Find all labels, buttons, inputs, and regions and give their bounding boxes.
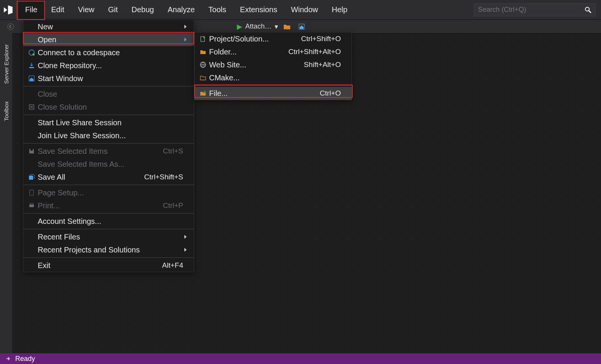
menu-git[interactable]: Git	[101, 0, 125, 19]
menu-file[interactable]: File	[18, 0, 44, 19]
file-menu-label: Account Settings...	[38, 217, 183, 226]
file-menu-label: Open	[38, 35, 183, 44]
open-menu-label: Folder...	[209, 48, 285, 56]
print-icon	[26, 202, 38, 209]
file-menu-label: Start Window	[38, 74, 183, 83]
file-menu-recent-files[interactable]: Recent Files	[23, 230, 194, 243]
page-icon	[26, 189, 38, 196]
file-menu-dropdown: NewOpenConnect to a codespaceClone Repos…	[23, 20, 194, 272]
file-menu-new[interactable]: New	[23, 20, 194, 33]
file-menu-label: Clone Repository...	[38, 61, 183, 70]
close-sol-icon	[26, 104, 38, 110]
file-menu-label: New	[38, 22, 183, 31]
open-menu-project-solution[interactable]: Project/Solution...Ctrl+Shift+O	[195, 32, 352, 45]
status-bar: Ready	[0, 353, 601, 364]
open-menu-label: Project/Solution...	[209, 35, 297, 43]
menu-help[interactable]: Help	[325, 0, 354, 19]
search-box[interactable]	[474, 3, 596, 16]
open-menu-folder[interactable]: Folder...Ctrl+Shift+Alt+O	[195, 45, 352, 58]
open-menu-file[interactable]: File...Ctrl+O	[195, 87, 352, 100]
file-menu-label: Save All	[38, 173, 141, 182]
submenu-arrow-icon	[183, 247, 188, 252]
file-menu-label: Close Solution	[38, 103, 183, 112]
svg-point-2	[8, 24, 14, 30]
shortcut-label: Ctrl+P	[159, 201, 183, 210]
open-menu-label: CMake...	[209, 73, 341, 82]
saveall-icon	[26, 174, 38, 180]
side-rail: Server Explorer Toolbox	[0, 31, 12, 353]
toolbar-folder-icon[interactable]	[282, 21, 293, 32]
file-menu-open[interactable]: Open	[23, 33, 194, 46]
file-menu-join-live-share-session[interactable]: Join Live Share Session...	[23, 129, 194, 142]
file-menu-label: Recent Projects and Solutions	[38, 246, 183, 254]
svg-point-5	[32, 53, 35, 56]
menu-tools[interactable]: Tools	[201, 0, 233, 19]
proj-icon	[197, 35, 209, 42]
file-menu-label: Start Live Share Session	[38, 118, 183, 127]
app-logo-icon	[3, 5, 14, 15]
search-icon	[585, 6, 591, 13]
home-icon	[26, 75, 38, 82]
search-input[interactable]	[478, 6, 585, 14]
download-icon	[26, 62, 38, 69]
menu-debug[interactable]: Debug	[125, 0, 161, 19]
file-menu-label: Connect to a codespace	[38, 48, 183, 57]
file-menu-label: Join Live Share Session...	[38, 131, 183, 140]
shortcut-label: Ctrl+Shift+O	[297, 35, 341, 43]
attach-button[interactable]: ▶ Attach… ▾	[237, 22, 278, 31]
menu-extensions[interactable]: Extensions	[233, 0, 284, 19]
cmake-icon	[197, 74, 209, 81]
file-menu-save-selected-items: Save Selected ItemsCtrl+S	[23, 145, 194, 158]
submenu-arrow-icon	[183, 37, 188, 42]
file-menu-label: Save Selected Items As...	[38, 160, 183, 169]
file-menu-exit[interactable]: ExitAlt+F4	[23, 259, 194, 272]
shortcut-label: Ctrl+Shift+Alt+O	[285, 48, 341, 56]
file-icon	[197, 90, 209, 97]
open-menu-web-site[interactable]: Web Site...Shift+Alt+O	[195, 58, 352, 71]
open-menu-cmake[interactable]: CMake...	[195, 71, 352, 84]
save-icon	[26, 148, 38, 155]
shortcut-label: Ctrl+Shift+S	[141, 173, 183, 181]
svg-line-1	[589, 11, 591, 13]
shortcut-label: Ctrl+S	[159, 147, 183, 155]
open-submenu: Project/Solution...Ctrl+Shift+OFolder...…	[194, 32, 352, 100]
file-menu-start-live-share-session[interactable]: Start Live Share Session	[23, 116, 194, 129]
open-menu-label: Web Site...	[209, 61, 300, 69]
connect-icon	[26, 49, 38, 56]
file-menu-page-setup: Page Setup...	[23, 186, 194, 199]
open-menu-label: File...	[209, 89, 316, 98]
toolbar-home-icon[interactable]	[296, 21, 307, 32]
file-menu-label: Save Selected Items	[38, 147, 159, 156]
status-text: Ready	[15, 355, 35, 363]
menu-analyze[interactable]: Analyze	[161, 0, 201, 19]
file-menu-clone-repository[interactable]: Clone Repository...	[23, 59, 194, 72]
chevron-down-icon: ▾	[275, 22, 278, 31]
file-menu-save-all[interactable]: Save AllCtrl+Shift+S	[23, 171, 194, 184]
file-menu-connect-to-a-codespace[interactable]: Connect to a codespace	[23, 46, 194, 59]
side-tab-toolbox[interactable]: Toolbox	[2, 100, 10, 123]
menu-edit[interactable]: Edit	[44, 0, 71, 19]
file-menu-close-solution: Close Solution	[23, 101, 194, 113]
status-arrow-icon	[5, 356, 11, 361]
file-menu-recent-projects-and-solutions[interactable]: Recent Projects and Solutions	[23, 243, 194, 256]
submenu-arrow-icon	[183, 24, 188, 29]
menu-window[interactable]: Window	[284, 0, 325, 19]
file-menu-close: Close	[23, 88, 194, 101]
menu-view[interactable]: View	[71, 0, 101, 19]
file-menu-label: Recent Files	[38, 233, 183, 241]
play-icon: ▶	[237, 22, 242, 31]
attach-label: Attach…	[245, 22, 272, 30]
submenu-arrow-icon	[183, 235, 188, 239]
shortcut-label: Ctrl+O	[316, 89, 341, 97]
file-menu-label: Close	[38, 90, 183, 99]
shortcut-label: Alt+F4	[158, 261, 183, 270]
file-menu-account-settings[interactable]: Account Settings...	[23, 215, 194, 228]
side-tab-server-explorer[interactable]: Server Explorer	[2, 43, 10, 85]
svg-rect-9	[30, 149, 33, 151]
back-button[interactable]	[5, 21, 16, 32]
file-menu-label: Exit	[38, 261, 158, 270]
file-menu-print: Print...Ctrl+P	[23, 199, 194, 212]
file-menu-start-window[interactable]: Start Window	[23, 72, 194, 85]
svg-rect-6	[29, 67, 34, 68]
file-menu-save-selected-items-as: Save Selected Items As...	[23, 158, 194, 171]
